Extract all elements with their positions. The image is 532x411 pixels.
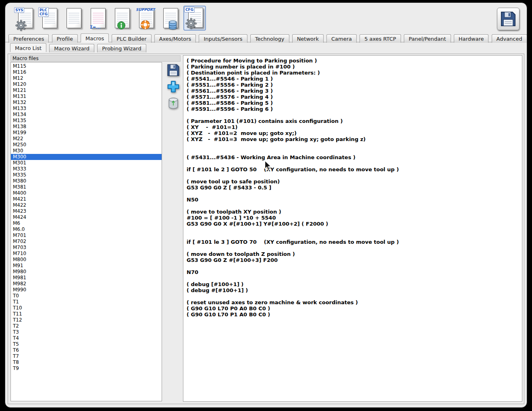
tab-preferences[interactable]: Preferences <box>8 34 49 43</box>
macro-list-item[interactable]: M981 <box>11 275 162 281</box>
cfg-label: CFG <box>184 7 195 12</box>
macro-list-item[interactable]: M703 <box>11 245 162 251</box>
plc-config-button[interactable]: PLC CFG <box>38 7 61 32</box>
subtab-macro-wizard[interactable]: Macro Wizard <box>49 44 94 52</box>
macro-list-item[interactable]: M30 <box>11 148 162 154</box>
macro-list-item[interactable]: M701 <box>11 232 162 239</box>
macro-list-item[interactable]: M131 <box>11 93 162 100</box>
macro-list-item[interactable]: M702 <box>11 239 162 245</box>
info-document-button[interactable] <box>111 7 133 32</box>
trash-icon <box>166 96 180 110</box>
macro-files-header: Macro files <box>10 55 181 62</box>
delete-macro-button[interactable] <box>166 96 181 110</box>
cfg-settings-button[interactable]: CFG <box>183 6 206 31</box>
floppy-disk-icon <box>500 10 517 27</box>
macro-editor-content[interactable]: ( Procedure for Moving to Parking positi… <box>183 55 522 402</box>
sys-label: SYS <box>14 7 24 13</box>
macro-subtabbar: Macro List Macro Wizard Probing Wizard <box>5 43 527 53</box>
macro-list-item[interactable]: T4 <box>11 335 162 341</box>
macro-list-item[interactable]: M6 <box>11 220 162 226</box>
macro-list-item[interactable]: M91 <box>11 263 162 269</box>
macro-list-item[interactable]: M982 <box>11 281 162 287</box>
macro-list-item[interactable]: M115 <box>11 63 162 69</box>
macro-list-item[interactable]: T8 <box>11 359 162 365</box>
add-macro-button[interactable] <box>166 79 181 94</box>
macro-list-item[interactable]: M120 <box>11 81 162 87</box>
tab-advanced[interactable]: Advanced <box>492 34 527 43</box>
tab-inputs-sensors[interactable]: Inputs/Sensors <box>199 34 247 43</box>
database-icon <box>167 20 178 31</box>
macro-list-item[interactable]: M300 <box>11 154 162 160</box>
macro-list-item[interactable]: M424 <box>11 214 162 220</box>
macro-list-item[interactable]: M800 <box>11 257 162 263</box>
macro-list-item[interactable]: M138 <box>11 124 162 130</box>
macro-list-item[interactable]: M199 <box>11 130 162 136</box>
macro-list-item[interactable]: M6.0 <box>11 226 162 232</box>
macro-list-item[interactable]: M22 <box>11 136 162 142</box>
macro-list-item[interactable]: M12 <box>11 75 162 81</box>
macro-list-item[interactable]: M116 <box>11 69 162 75</box>
macro-list-item[interactable]: M121 <box>11 87 162 93</box>
macro-list-item[interactable]: M400 <box>11 190 162 196</box>
macro-list-item[interactable]: M333 <box>11 166 162 172</box>
macro-list-item[interactable]: M990 <box>11 287 162 293</box>
info-icon <box>116 21 126 30</box>
tab-network[interactable]: Network <box>292 34 324 43</box>
save-settings-button[interactable] <box>497 8 520 30</box>
macro-actions-column <box>165 63 183 112</box>
sigma-label: Σ=... <box>90 25 101 29</box>
macro-list-item[interactable]: T12 <box>11 317 162 323</box>
floppy-disk-icon <box>166 63 180 77</box>
macro-list-item[interactable]: T3 <box>11 329 162 335</box>
macro-file-list[interactable]: M115M116M12M120M121M131M132M133M134M135M… <box>10 62 162 401</box>
macro-list-item[interactable]: M135 <box>11 118 162 124</box>
mouse-cursor <box>264 160 272 172</box>
macro-list-item[interactable]: M380 <box>11 178 162 184</box>
macro-list-item[interactable]: T0 <box>11 293 162 299</box>
tab-technology[interactable]: Technology <box>250 34 289 43</box>
macro-list-item[interactable]: T1 <box>11 299 162 305</box>
macro-list-item[interactable]: M133 <box>11 106 162 112</box>
subtab-probing-wizard[interactable]: Probing Wizard <box>97 44 146 52</box>
support-label: SUPPORT <box>135 7 156 12</box>
sys-settings-button[interactable]: SYS <box>14 7 37 32</box>
plc-cfg-label: PLC CFG <box>38 7 49 17</box>
macro-list-item[interactable]: T5 <box>11 341 162 347</box>
text-document-button[interactable] <box>62 7 85 32</box>
macro-list-item[interactable]: M421 <box>11 196 162 202</box>
macro-list-item[interactable]: T7 <box>11 353 162 359</box>
macro-list-item[interactable]: T2 <box>11 323 162 329</box>
main-toolbar: SYS PLC CFG Σ=... SUPPORT <box>5 3 527 33</box>
macro-list-item[interactable]: M381 <box>11 184 162 190</box>
tab-hardware[interactable]: Hardware <box>454 34 489 43</box>
macro-list-item[interactable]: M710 <box>11 251 162 257</box>
macro-list-item[interactable]: T10 <box>11 305 162 311</box>
save-macro-button[interactable] <box>166 63 181 77</box>
macro-list-item[interactable]: M132 <box>11 100 162 106</box>
macro-list-item[interactable]: M335 <box>11 172 162 178</box>
tab-camera[interactable]: Camera <box>326 34 357 43</box>
data-document-button[interactable] <box>159 7 182 32</box>
gear-icon <box>185 17 197 29</box>
main-tabbar: Preferences Profile Macros PLC Builder A… <box>5 33 527 42</box>
macro-list-item[interactable]: T6 <box>11 347 162 353</box>
macro-list-item[interactable]: T11 <box>11 311 162 317</box>
tab-profile[interactable]: Profile <box>52 34 78 43</box>
tab-plc-builder[interactable]: PLC Builder <box>112 34 151 43</box>
macro-list-item[interactable]: M980 <box>11 269 162 275</box>
macro-document-button[interactable]: Σ=... <box>87 7 109 32</box>
macro-list-item[interactable]: M134 <box>11 112 162 118</box>
subtab-macro-list[interactable]: Macro List <box>10 43 46 52</box>
macro-list-item[interactable]: M423 <box>11 208 162 214</box>
tab-axes-motors[interactable]: Axes/Motors <box>154 34 196 43</box>
macro-list-item[interactable]: T9 <box>11 365 162 372</box>
support-button[interactable]: SUPPORT <box>135 7 158 32</box>
plus-icon <box>166 80 180 93</box>
macro-list-item[interactable]: M250 <box>11 142 162 148</box>
macro-list-item[interactable]: M301 <box>11 160 162 166</box>
tab-panel-pendant[interactable]: Panel/Pendant <box>404 34 451 43</box>
gear-icon <box>15 19 27 31</box>
tab-macros[interactable]: Macros <box>81 33 109 42</box>
tab-5-axes-rtcp[interactable]: 5 axes RTCP <box>360 34 401 43</box>
macro-list-item[interactable]: M422 <box>11 202 162 208</box>
